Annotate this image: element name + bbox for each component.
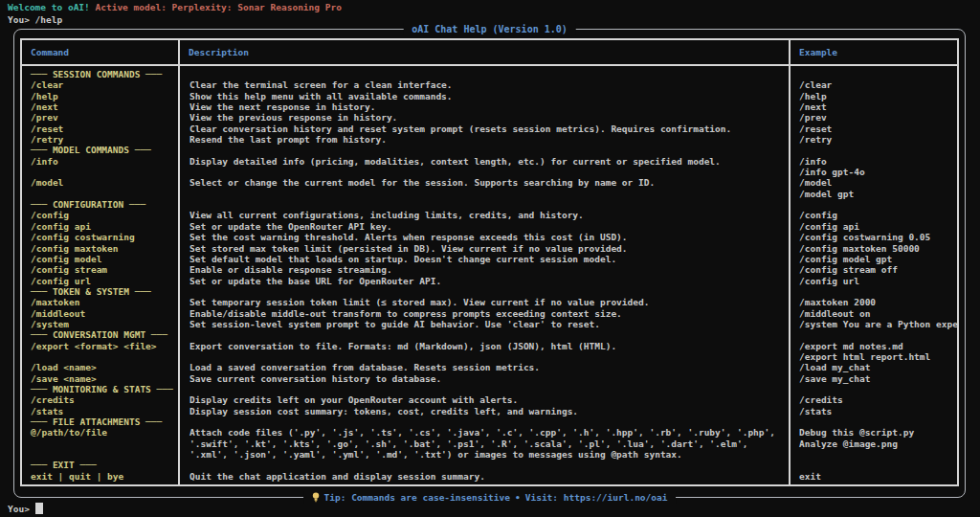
help-description — [189, 329, 789, 340]
help-example: /maxtoken 2000 — [799, 297, 957, 307]
column-header-command: Command — [22, 40, 180, 66]
help-command: /config api — [31, 221, 178, 232]
welcome-line: Welcome to oAI! Active model: Perplexity… — [8, 2, 342, 14]
help-description: Set default model that loads on startup.… — [189, 254, 789, 264]
help-description: Select or change the current model for t… — [189, 177, 789, 188]
help-command: /config model — [31, 254, 178, 264]
help-example: /config costwarning 0.05 — [799, 232, 957, 242]
help-description: View the previous response in history. — [189, 112, 789, 123]
help-description — [189, 351, 789, 362]
help-example — [799, 286, 957, 297]
help-description: Display detailed info (pricing, modaliti… — [189, 156, 789, 167]
help-panel-title: oAI Chat Help (Version 1.0) — [403, 23, 576, 35]
section-header: ─── TOKEN & SYSTEM ─── — [31, 286, 178, 297]
help-example — [799, 199, 957, 210]
help-example: /stats — [799, 406, 957, 416]
help-description: Display credits left on your OpenRouter … — [189, 394, 789, 405]
help-description: Show this help menu with all available c… — [189, 91, 789, 101]
section-header: ─── SESSION COMMANDS ─── — [31, 69, 178, 79]
help-description: Attach code files ('.py', '.js', '.ts', … — [189, 427, 789, 438]
help-description: Clear the terminal screen for a clean in… — [189, 79, 789, 90]
lightbulb-icon — [312, 492, 320, 503]
help-description — [189, 145, 789, 155]
help-example: /info gpt-4o — [799, 167, 957, 177]
help-command: /maxtoken — [31, 297, 178, 307]
help-example: /help — [799, 91, 957, 101]
help-example: /model gpt — [799, 189, 957, 199]
previous-prompt-line: You> /help — [8, 14, 62, 27]
help-description: Set stored max token limit (persisted in… — [189, 243, 789, 254]
section-header: ─── CONVERSATION MGMT ─── — [31, 329, 178, 340]
help-example — [799, 416, 957, 427]
help-description: Clear conversation history and reset sys… — [189, 124, 789, 134]
help-command: /load <name> — [31, 362, 178, 372]
help-command: /model — [31, 177, 178, 188]
help-description: Quit the chat application and display se… — [189, 471, 789, 482]
help-command: /stats — [31, 406, 178, 416]
help-command: /config url — [31, 276, 178, 286]
help-description: Enable or disable response streaming. — [189, 264, 789, 275]
help-example: /retry — [799, 134, 957, 145]
help-example: /system You are a Python expert — [799, 319, 957, 329]
help-example: /config model gpt — [799, 254, 957, 264]
help-description: View all current configurations, includi… — [189, 210, 789, 220]
section-header: ─── CONFIGURATION ─── — [31, 199, 178, 210]
help-example — [799, 449, 957, 460]
help-description: View the next response in history. — [189, 101, 789, 112]
help-command: /middleout — [31, 308, 178, 319]
help-description: Save current conversation history to dat… — [189, 373, 789, 384]
help-command: /reset — [31, 124, 178, 134]
help-example — [799, 384, 957, 394]
help-example: /export html report.html — [799, 351, 957, 362]
help-example: /next — [799, 101, 957, 112]
help-command: /help — [31, 91, 178, 101]
help-description — [189, 416, 789, 427]
help-example: /reset — [799, 124, 957, 134]
help-example — [799, 145, 957, 155]
terminal-input-line[interactable]: You> — [8, 503, 43, 516]
help-example: /config stream off — [799, 264, 957, 275]
help-command: @/path/to/file — [31, 427, 178, 438]
tip-bar: Tip: Commands are case-insensitive • Vis… — [303, 491, 677, 504]
help-command: /system — [31, 319, 178, 329]
tip-text: Tip: Commands are case-insensitive — [324, 491, 510, 504]
help-description: Set temporary session token limit (≤ sto… — [189, 297, 789, 307]
help-description: Load a saved conversation from database.… — [189, 362, 789, 372]
help-example: /info — [799, 156, 957, 167]
example-column: /clear/help/next/prev/reset/retry /info/… — [791, 66, 957, 484]
help-command: /save <name> — [31, 373, 178, 384]
help-example: /save my_chat — [799, 373, 957, 384]
help-command — [31, 449, 178, 460]
help-command — [31, 167, 178, 177]
column-header-example: Example — [791, 40, 957, 66]
help-example: /config — [799, 210, 957, 220]
help-description — [189, 286, 789, 297]
help-example — [799, 460, 957, 470]
help-description: '.xml', '.json', '.yaml', '.yml', '.md',… — [189, 449, 789, 460]
help-description — [189, 199, 789, 210]
help-command: /config costwarning — [31, 232, 178, 242]
column-header-description: Description — [180, 40, 791, 66]
help-example: /load my_chat — [799, 362, 957, 372]
help-command: /config maxtoken — [31, 243, 178, 254]
help-command — [31, 438, 178, 449]
help-description — [189, 167, 789, 177]
help-command: /retry — [31, 134, 178, 145]
help-example: /config url — [799, 276, 957, 286]
help-command: exit | quit | bye — [31, 471, 178, 482]
command-column: ─── SESSION COMMANDS ───/clear/help/next… — [22, 66, 180, 484]
help-example — [799, 329, 957, 340]
help-command: /next — [31, 101, 178, 112]
help-description: Set or update the base URL for OpenRoute… — [189, 276, 789, 286]
tip-visit-url[interactable]: Visit: https://iurl.no/oai — [525, 491, 668, 504]
help-description — [189, 189, 789, 199]
help-command: /credits — [31, 394, 178, 405]
help-command: /clear — [31, 79, 178, 90]
section-header: ─── MODEL COMMANDS ─── — [31, 145, 178, 155]
help-example: /model — [799, 177, 957, 188]
help-example: /config maxtoken 50000 — [799, 243, 957, 254]
text-cursor — [35, 503, 43, 514]
section-header: ─── MONITORING & STATS ─── — [31, 384, 178, 394]
help-example: /clear — [799, 79, 957, 90]
help-description: Set the cost warning threshold. Alerts w… — [189, 232, 789, 242]
